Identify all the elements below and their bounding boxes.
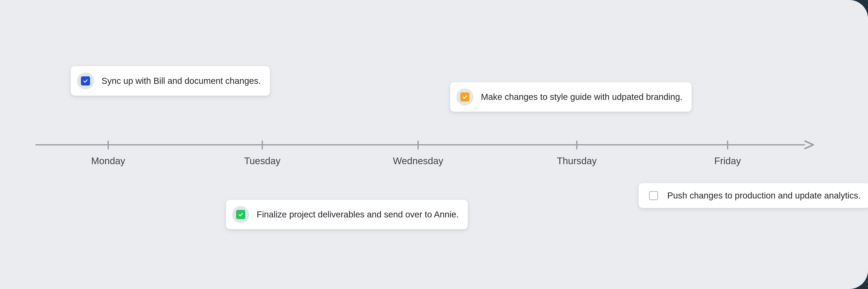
checkbox-checked-icon[interactable] (460, 92, 469, 102)
task-checkbox-chip (232, 206, 249, 223)
task-text: Finalize project deliverables and send o… (257, 209, 459, 220)
task-card-thursday[interactable]: Make changes to style guide with udpated… (450, 82, 692, 112)
task-card-tuesday[interactable]: Finalize project deliverables and send o… (226, 200, 468, 229)
task-card-friday[interactable]: Push changes to production and update an… (639, 183, 868, 208)
task-text: Push changes to production and update an… (667, 191, 861, 201)
stage: Monday Tuesday Wednesday Thursday Friday… (0, 0, 868, 289)
task-checkbox-chip (77, 73, 94, 89)
checkbox-empty-icon[interactable] (649, 191, 658, 200)
tick-monday (107, 141, 109, 149)
checkbox-checked-icon[interactable] (81, 76, 90, 86)
task-checkbox-chip (647, 189, 660, 202)
checkbox-checked-icon[interactable] (236, 210, 245, 219)
timeline-axis (35, 144, 805, 145)
day-label-wednesday: Wednesday (393, 155, 443, 167)
day-label-friday: Friday (714, 155, 741, 167)
task-checkbox-chip (456, 88, 473, 106)
timeline-panel: Monday Tuesday Wednesday Thursday Friday… (0, 0, 868, 289)
tick-friday (727, 141, 728, 149)
task-text: Make changes to style guide with udpated… (481, 92, 682, 102)
task-card-monday[interactable]: Sync up with Bill and document changes. (71, 66, 270, 96)
day-label-monday: Monday (91, 155, 125, 167)
tick-wednesday (417, 141, 419, 149)
tick-thursday (576, 141, 578, 149)
day-label-thursday: Thursday (557, 155, 597, 167)
tick-tuesday (262, 141, 263, 149)
task-text: Sync up with Bill and document changes. (101, 76, 261, 86)
day-label-tuesday: Tuesday (244, 155, 281, 167)
